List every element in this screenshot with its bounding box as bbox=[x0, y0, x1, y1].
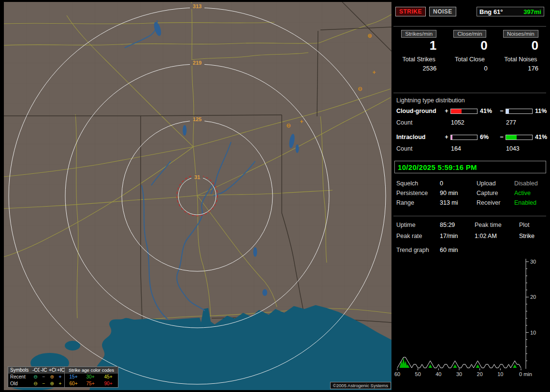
close-per-min-value: 0 bbox=[480, 38, 495, 53]
plot-value: Strike bbox=[519, 233, 546, 239]
cg-minus-count: 277 bbox=[506, 119, 533, 126]
noises-per-min-chip: Noises/min bbox=[503, 30, 538, 38]
legend-recent-label: Recent bbox=[8, 374, 31, 380]
ic-negative-bar bbox=[506, 135, 533, 140]
receiver-status: Enabled bbox=[514, 199, 546, 206]
radar-map[interactable]: 313 219 125 31 ⊕ + ⊖ ⊖ + bbox=[4, 2, 391, 390]
pos-cg-recent-icon: ⊕ bbox=[48, 374, 56, 380]
uptime-value: 85:29 bbox=[440, 222, 475, 228]
peak-rate-label: Peak rate bbox=[396, 233, 440, 239]
strikes-per-min-value: 1 bbox=[430, 38, 444, 53]
strikes-column: Strikes/min 1 Total Strikes 2536 bbox=[393, 30, 444, 72]
strikes-per-min-chip: Strikes/min bbox=[401, 30, 436, 38]
ring-label-313: 313 bbox=[193, 3, 202, 9]
noise-button[interactable]: NOISE bbox=[429, 7, 456, 16]
total-strikes-value: 2536 bbox=[422, 65, 444, 72]
pos-ic-strike-icon: + bbox=[372, 69, 376, 76]
age-90: 90+ bbox=[99, 380, 118, 387]
total-noises-value: 176 bbox=[528, 65, 546, 72]
squelch-label: Squelch bbox=[396, 180, 440, 187]
pos-ic-strike-icon: + bbox=[300, 118, 303, 125]
close-per-min-chip: Close/min bbox=[453, 30, 486, 38]
trend-window-value: 60 min bbox=[440, 247, 546, 253]
svg-text:10: 10 bbox=[530, 330, 536, 336]
minus-sign: − bbox=[498, 108, 506, 114]
svg-text:30: 30 bbox=[456, 371, 462, 377]
total-noises-label: Total Noises bbox=[504, 56, 537, 63]
pos-cg-strike-icon: ⊕ bbox=[367, 32, 372, 39]
svg-text:50: 50 bbox=[415, 371, 421, 377]
range-value: 313 mi bbox=[440, 199, 477, 206]
total-close-label: Total Close bbox=[455, 56, 485, 63]
intracloud-row: Intracloud + 6% − 41% bbox=[393, 134, 546, 140]
cloud-ground-label: Cloud-ground bbox=[396, 108, 443, 114]
age-75: 75+ bbox=[82, 380, 99, 387]
persistence-label: Persistence bbox=[396, 190, 440, 196]
peak-time-value: 1:02 AM bbox=[475, 233, 519, 239]
minus-sign: − bbox=[498, 134, 506, 140]
divider bbox=[393, 26, 546, 27]
total-strikes-label: Total Strikes bbox=[403, 56, 435, 63]
persistence-value: 90 min bbox=[440, 190, 477, 196]
divider bbox=[393, 93, 546, 93]
datetime-box: 10/20/2025 5:59:16 PM bbox=[394, 161, 546, 173]
cloud-ground-row: Cloud-ground + 41% − 11% bbox=[393, 108, 546, 114]
range-label: Range bbox=[396, 199, 440, 206]
neg-cg-strike-icon: ⊖ bbox=[286, 122, 291, 129]
ic-minus-count: 1043 bbox=[506, 145, 533, 152]
control-panel: STRIKE NOISE Bng 61° 397mi Strikes/min 1… bbox=[393, 2, 547, 390]
copyright-notice: ©2005 Astrogenic Systems bbox=[330, 382, 391, 389]
cg-minus-percent: 11% bbox=[533, 108, 547, 114]
trend-header: Trend graph 60 min bbox=[393, 247, 546, 253]
trend-graph-label: Trend graph bbox=[396, 247, 440, 253]
capture-status: Active bbox=[514, 190, 546, 196]
ring-label-125: 125 bbox=[193, 116, 202, 122]
receiver-label: Receiver bbox=[477, 199, 514, 206]
legend-col-pos-ic: +IC bbox=[56, 367, 64, 374]
bearing-label: Bng 61° bbox=[479, 8, 503, 15]
map-legend: Symbols -CG -IC +CG +IC Strike age color… bbox=[8, 366, 118, 388]
divider bbox=[393, 216, 546, 216]
age-30: 30+ bbox=[82, 374, 99, 380]
upload-label: Upload bbox=[477, 180, 514, 187]
plot-label: Plot bbox=[519, 222, 546, 228]
svg-text:20: 20 bbox=[530, 294, 536, 300]
svg-text:60: 60 bbox=[394, 371, 400, 377]
intracloud-count-row: Count 164 1043 bbox=[393, 145, 546, 152]
peak-time-label: Peak time bbox=[475, 222, 519, 228]
age-45: 45+ bbox=[99, 374, 118, 380]
ic-plus-percent: 6% bbox=[478, 134, 498, 140]
bearing-display: Bng 61° 397mi bbox=[477, 7, 544, 16]
trend-graph: 1020306050403020100 min bbox=[393, 256, 547, 381]
legend-col-pos-cg: +CG bbox=[48, 367, 56, 374]
svg-text:40: 40 bbox=[435, 371, 441, 377]
neg-ic-recent-icon: − bbox=[40, 374, 48, 380]
cg-plus-count: 1052 bbox=[450, 119, 478, 126]
pos-cg-old-icon: ⊕ bbox=[48, 380, 56, 387]
distribution-title: Lightning type distribution bbox=[393, 97, 546, 104]
ic-positive-bar bbox=[450, 135, 478, 140]
svg-text:0 min: 0 min bbox=[519, 371, 532, 377]
strike-button[interactable]: STRIKE bbox=[395, 7, 426, 16]
uptime-label: Uptime bbox=[396, 222, 440, 228]
svg-text:30: 30 bbox=[530, 259, 536, 265]
ring-label-31: 31 bbox=[194, 174, 200, 180]
noises-per-min-value: 0 bbox=[532, 38, 546, 53]
ring-label-219: 219 bbox=[193, 60, 202, 66]
status-section: Squelch 0 Upload Disabled Persistence 90… bbox=[393, 180, 546, 206]
peak-rate-value: 17/min bbox=[440, 233, 475, 239]
count-label: Count bbox=[396, 145, 443, 152]
neg-cg-old-icon: ⊖ bbox=[31, 380, 40, 387]
squelch-value: 0 bbox=[440, 180, 477, 187]
mode-row: STRIKE NOISE Bng 61° 397mi bbox=[393, 6, 546, 17]
datetime-value: 10/20/2025 5:59:16 PM bbox=[398, 163, 477, 171]
noises-column: Noises/min 0 Total Noises 176 bbox=[495, 30, 546, 72]
ic-plus-count: 164 bbox=[450, 145, 478, 152]
map-panel: 313 219 125 31 ⊕ + ⊖ ⊖ + Symbols -CG -IC… bbox=[4, 2, 391, 390]
bearing-distance: 397mi bbox=[523, 8, 541, 15]
legend-col-neg-cg: -CG bbox=[31, 367, 40, 374]
legend-age-title: Strike age color codes bbox=[64, 367, 118, 374]
close-column: Close/min 0 Total Close 0 bbox=[444, 30, 495, 72]
ic-minus-percent: 41% bbox=[533, 134, 547, 140]
total-close-value: 0 bbox=[484, 65, 495, 72]
